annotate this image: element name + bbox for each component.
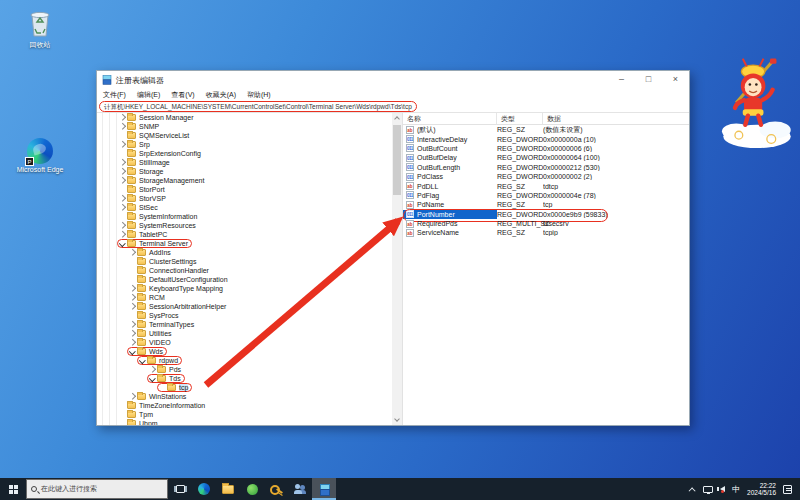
taskbar-app-green[interactable] [240, 478, 264, 500]
chevron-right-icon[interactable] [119, 115, 126, 120]
tree-item-terminaltypes[interactable]: TerminalTypes [97, 320, 392, 329]
column-header-type[interactable]: 类型 [497, 113, 543, 124]
taskbar-clock[interactable]: 22:22 2024/5/16 [747, 482, 776, 497]
value-name[interactable]: abPdName [403, 200, 497, 209]
chevron-right-icon[interactable] [129, 304, 136, 309]
scroll-down-icon[interactable] [394, 416, 400, 422]
value-row-portnumber[interactable]: 011PortNumberREG_DWORD0x0000e9b9 (59833) [403, 210, 689, 219]
chevron-right-icon[interactable] [129, 394, 136, 399]
tree-item-video[interactable]: VIDEO [97, 338, 392, 347]
tree-scrollbar[interactable] [392, 113, 402, 425]
column-header-name[interactable]: 名称 [403, 113, 497, 124]
tree-item-storport[interactable]: StorPort [97, 185, 392, 194]
taskbar-search[interactable]: 在此键入进行搜索 [26, 479, 168, 499]
volume-tray-icon[interactable] [720, 486, 725, 492]
tree-item-rcm[interactable]: RCM [97, 293, 392, 302]
tree-item-storvsp[interactable]: StorVSP [97, 194, 392, 203]
tree-item-tpm[interactable]: Tpm [97, 410, 392, 419]
chevron-right-icon[interactable] [119, 178, 126, 183]
ime-indicator[interactable]: 中 [732, 484, 740, 495]
tree-item-sqmservicelist[interactable]: SQMServiceList [97, 131, 392, 140]
value-row-outbuflength[interactable]: 011OutBufLengthREG_DWORD0x00000212 (530) [403, 163, 689, 172]
value-row-requiredpds[interactable]: abRequiredPdsREG_MULTI_SZtssecsrv [403, 219, 689, 228]
start-button[interactable] [0, 478, 26, 500]
menu-file[interactable]: 文件(F) [103, 90, 126, 100]
scrollbar-thumb[interactable] [393, 125, 401, 195]
tree-item-storage[interactable]: Storage [97, 167, 392, 176]
chevron-down-icon[interactable] [129, 349, 136, 354]
menu-favorites[interactable]: 收藏夹(A) [206, 90, 236, 100]
taskbar-app-key[interactable] [264, 478, 288, 500]
desktop-icon-edge[interactable]: P Microsoft Edge [8, 138, 72, 173]
value-row-pddll[interactable]: abPdDLLREG_SZtdtcp [403, 181, 689, 190]
desktop-icon-recycle-bin[interactable]: 回收站 [8, 10, 72, 50]
close-button[interactable]: × [662, 71, 689, 89]
tree-item-utilities[interactable]: Utilities [97, 329, 392, 338]
tree-item-tds[interactable]: Tds [97, 374, 392, 383]
chevron-right-icon[interactable] [119, 196, 126, 201]
tree-item-systeminformation[interactable]: SystemInformation [97, 212, 392, 221]
chevron-right-icon[interactable] [129, 295, 136, 300]
value-name[interactable]: 011InteractiveDelay [403, 134, 497, 143]
tree-item-sessionarbitrationhelper[interactable]: SessionArbitrationHelper [97, 302, 392, 311]
tree-item-snmp[interactable]: SNMP [97, 122, 392, 131]
menu-help[interactable]: 帮助(H) [247, 90, 271, 100]
chevron-right-icon[interactable] [129, 322, 136, 327]
tree-item-stsec[interactable]: StSec [97, 203, 392, 212]
tree-item-tcp[interactable]: tcp [97, 383, 392, 392]
tree-item-srpextensionconfig[interactable]: SrpExtensionConfig [97, 149, 392, 158]
chevron-right-icon[interactable] [119, 160, 126, 165]
tree-item-stillimage[interactable]: StillImage [97, 158, 392, 167]
task-view-button[interactable] [168, 478, 192, 500]
tree-item-terminal-server[interactable]: Terminal Server [97, 239, 392, 248]
menu-view[interactable]: 查看(V) [171, 90, 194, 100]
action-center-icon[interactable] [783, 485, 792, 494]
taskbar-app-contacts[interactable] [288, 478, 312, 500]
value-name[interactable]: 011OutBufDelay [403, 153, 497, 162]
display-tray-icon[interactable] [703, 486, 713, 493]
tree-item-systemresources[interactable]: SystemResources [97, 221, 392, 230]
tree-item-connectionhandler[interactable]: ConnectionHandler [97, 266, 392, 275]
chevron-right-icon[interactable] [119, 169, 126, 174]
taskbar-app-registry-editor[interactable] [312, 478, 336, 500]
value-row-interactivedelay[interactable]: 011InteractiveDelayREG_DWORD0x0000000a (… [403, 134, 689, 143]
value-row-pdflag[interactable]: 011PdFlagREG_DWORD0x0000004e (78) [403, 191, 689, 200]
chevron-right-icon[interactable] [119, 124, 126, 129]
value-name[interactable]: 011OutBufCount [403, 144, 497, 153]
tree-item-storagemanagement[interactable]: StorageManagement [97, 176, 392, 185]
value-row-pdname[interactable]: abPdNameREG_SZtcp [403, 200, 689, 209]
chevron-right-icon[interactable] [119, 142, 126, 147]
chevron-right-icon[interactable] [129, 286, 136, 291]
maximize-button[interactable]: □ [635, 71, 662, 89]
value-row-默认[interactable]: ab(默认)REG_SZ(数值未设置) [403, 125, 689, 134]
tree-item-timezoneinformation[interactable]: TimeZoneInformation [97, 401, 392, 410]
value-name[interactable]: 011PortNumber [403, 210, 497, 219]
chevron-right-icon[interactable] [129, 250, 136, 255]
value-name[interactable]: abRequiredPds [403, 219, 497, 228]
value-row-outbufdelay[interactable]: 011OutBufDelayREG_DWORD0x00000064 (100) [403, 153, 689, 162]
value-name[interactable]: ab(默认) [403, 125, 497, 134]
chevron-right-icon[interactable] [129, 331, 136, 336]
tree-item-srp[interactable]: Srp [97, 140, 392, 149]
chevron-right-icon[interactable] [119, 232, 126, 237]
tree-item-defaultuserconfiguration[interactable]: DefaultUserConfiguration [97, 275, 392, 284]
chevron-down-icon[interactable] [119, 241, 126, 246]
chevron-right-icon[interactable] [149, 367, 156, 372]
chevron-right-icon[interactable] [119, 205, 126, 210]
tree-item-ubpm[interactable]: Ubpm [97, 419, 392, 425]
tree-item-pds[interactable]: Pds [97, 365, 392, 374]
value-name[interactable]: 011PdFlag [403, 191, 497, 200]
address-bar[interactable]: 计算机\HKEY_LOCAL_MACHINE\SYSTEM\CurrentCon… [97, 100, 689, 113]
chevron-down-icon[interactable] [149, 376, 156, 381]
column-header-data[interactable]: 数据 [543, 113, 689, 124]
tree-item-wds[interactable]: Wds [97, 347, 392, 356]
minimize-button[interactable]: – [608, 71, 635, 89]
menu-edit[interactable]: 编辑(E) [137, 90, 160, 100]
tree-item-keyboardtype-mapping[interactable]: KeyboardType Mapping [97, 284, 392, 293]
tree-item-sysprocs[interactable]: SysProcs [97, 311, 392, 320]
value-name[interactable]: 011OutBufLength [403, 163, 497, 172]
taskbar-app-edge[interactable] [192, 478, 216, 500]
chevron-down-icon[interactable] [139, 358, 146, 363]
tree-item-tabletpc[interactable]: TabletPC [97, 230, 392, 239]
scroll-up-icon[interactable] [394, 116, 400, 122]
